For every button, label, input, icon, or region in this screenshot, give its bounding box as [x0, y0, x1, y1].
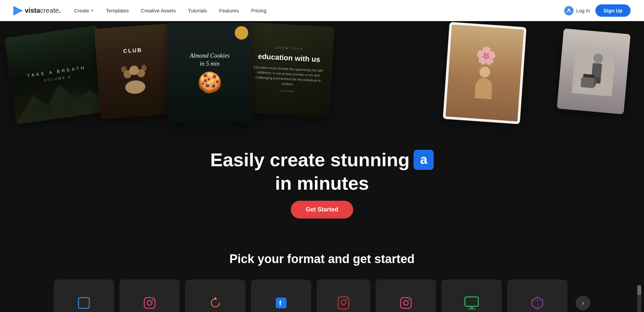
nav-tutorials[interactable]: Tutorials — [188, 8, 207, 13]
cookie-emoji: 🍪 — [197, 70, 222, 94]
format-card-1[interactable] — [54, 279, 114, 312]
svg-text:f: f — [279, 300, 281, 307]
hero-headline: Easily create stunning a — [210, 148, 434, 171]
svg-point-26 — [346, 299, 347, 300]
facebook-icon: f — [274, 296, 288, 310]
svg-rect-27 — [400, 298, 411, 308]
create-dropdown-arrow: ▼ — [91, 9, 94, 12]
circle-accent — [235, 26, 248, 40]
hero-section: TAKE A BREATH VOLUME 6 CLUB — [0, 0, 644, 232]
paw-svg — [116, 53, 152, 95]
card-3-title: Almond Cookiesin 5 min — [190, 52, 230, 68]
format-card-6[interactable] — [376, 279, 436, 312]
svg-rect-24 — [338, 297, 349, 309]
get-started-button[interactable]: Get Started — [291, 201, 353, 219]
svg-point-3 — [125, 80, 146, 95]
card-4-title: education with us — [258, 52, 320, 64]
svg-point-19 — [147, 301, 152, 305]
logo-text: vistacreate. — [25, 7, 61, 14]
monitor-icon — [464, 296, 479, 310]
sitting-person-svg — [572, 46, 616, 97]
format-card-3[interactable]: ··· ▶ — [185, 279, 246, 312]
format-card-7[interactable]: ▶ — [441, 279, 502, 312]
main-nav: Create ▼ Templates Creative Assets Tutor… — [74, 8, 267, 13]
logo[interactable]: vistacreate. — [13, 6, 61, 15]
card-4-overline: GROW YOUR — [275, 46, 304, 51]
format-card-2[interactable]: ··· — [119, 279, 180, 312]
vistacreate-logo-icon — [13, 6, 23, 15]
hero-text-block: Easily create stunning a in minutes Get … — [210, 148, 434, 219]
svg-point-25 — [341, 300, 346, 305]
hero-cards-row: TAKE A BREATH VOLUME 6 CLUB — [0, 21, 644, 128]
header-right: Log In Sign Up — [564, 4, 631, 17]
nav-features[interactable]: Features — [219, 8, 239, 13]
hero-subtext: in minutes — [210, 172, 434, 194]
refresh-icon — [208, 296, 223, 310]
instagram-icon — [143, 296, 156, 310]
format-section-title: Pick your format and get started — [0, 252, 644, 266]
signup-button[interactable]: Sign Up — [595, 4, 631, 17]
svg-point-28 — [404, 301, 408, 305]
format-carousel-next[interactable]: › — [576, 296, 590, 310]
svg-point-20 — [152, 299, 153, 301]
format-cards-row: ··· ··· ▶ ··· — [0, 279, 644, 312]
format-card-4[interactable]: ··· f — [251, 279, 311, 312]
portrait-emoji: 🌸 — [472, 45, 500, 66]
instagram-story-icon — [337, 296, 350, 310]
format-card-8[interactable] — [507, 279, 568, 312]
svg-point-29 — [408, 299, 410, 301]
header-left: vistacreate. Create ▼ Templates Creative… — [13, 6, 266, 15]
scrollbar[interactable] — [637, 285, 641, 312]
hero-card-5: 🌸 — [443, 22, 527, 124]
hero-card-1: TAKE A BREATH VOLUME 6 — [4, 25, 109, 124]
type-cursor-box[interactable]: a — [414, 150, 434, 170]
instagram-icon-2 — [399, 296, 413, 310]
user-icon — [564, 6, 574, 15]
hero-card-6 — [557, 28, 631, 115]
hero-card-2: CLUB — [94, 24, 174, 119]
nav-pricing[interactable]: Pricing — [251, 8, 266, 13]
svg-rect-16 — [581, 77, 595, 88]
scroll-thumb — [637, 285, 641, 295]
format-card-5[interactable] — [317, 279, 370, 312]
svg-rect-30 — [465, 297, 478, 306]
hero-card-3: Almond Cookiesin 5 min 🍪 — [168, 23, 252, 123]
hero-card-4: GROW YOUR education with us Education mu… — [243, 22, 334, 117]
login-button[interactable]: Log In — [564, 6, 590, 15]
nav-templates[interactable]: Templates — [106, 8, 129, 13]
svg-rect-31 — [470, 307, 474, 308]
person-svg — [470, 64, 499, 100]
header: vistacreate. Create ▼ Templates Creative… — [0, 0, 644, 21]
dots-icon-4: ··· — [303, 282, 308, 287]
card-4-body: Education must provide the opportunity f… — [251, 64, 326, 88]
nav-create[interactable]: Create ▼ — [74, 8, 94, 13]
dots-icon-3: ··· — [237, 282, 242, 287]
svg-marker-21 — [213, 297, 217, 300]
card-4-footer: FOOTER — [280, 89, 295, 93]
svg-point-2 — [568, 9, 570, 11]
svg-point-9 — [479, 66, 490, 78]
svg-rect-17 — [78, 298, 89, 308]
dots-icon-2: ··· — [171, 282, 176, 287]
format-section: Pick your format and get started ··· — [0, 232, 644, 312]
square-icon — [77, 296, 91, 310]
svg-rect-14 — [596, 77, 601, 84]
svg-rect-18 — [144, 298, 155, 308]
nav-creative-assets[interactable]: Creative Assets — [141, 8, 176, 13]
box-icon — [530, 296, 545, 310]
